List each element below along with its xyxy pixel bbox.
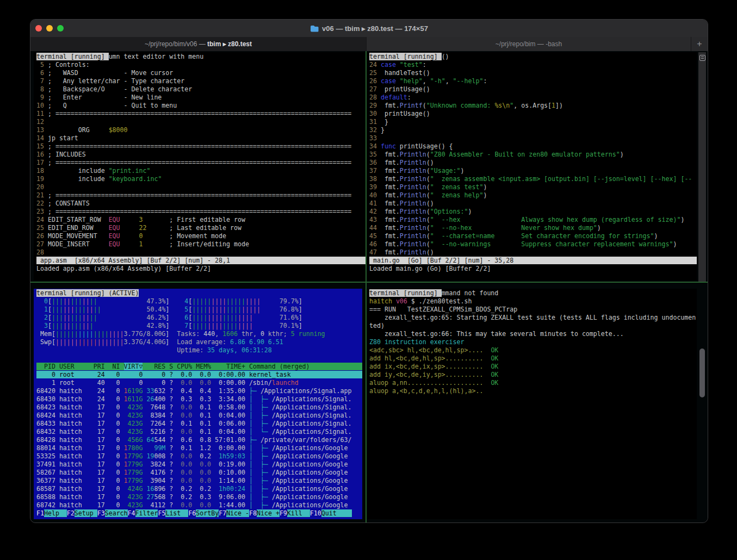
terminal-line: Swp[||||||||||||||||||3.37G/4.00G] Load … [36,338,362,346]
terminal-line: 12 [36,118,366,126]
terminal-line: 40 fmt.Println(" zenas help") [369,191,697,200]
terminal-line: terminal [running] umn text editor with … [36,53,366,61]
terminal-line: 68587 haitch 17 0 424G 16896 ? 0.2 0.2 1… [36,485,362,493]
terminal-line: 42 fmt.Println("Options:") [369,208,697,216]
terminal-line: 6 ; WASD - Move cursor [36,69,366,77]
terminal-content: terminal [running] umn text editor with … [30,51,708,522]
editor-pane-asm[interactable]: terminal [running] umn text editor with … [34,52,366,281]
terminal-line: 11 ; ===================================… [36,110,366,118]
new-tab-button[interactable]: + [691,37,708,51]
terminal-line: add iy,<bc,de,iy,sp>.......... OK [369,371,697,379]
terminal-line: 0 root 24 0 0 0 ? 0.0 0.0 0:00.00 kernel… [36,371,362,379]
terminal-line: 21 ; ===================================… [36,191,366,200]
htop-pane[interactable]: terminal [running] (ACTIVE) 0[||||||||||… [34,289,362,519]
terminal-line: 17 ; ===================================… [36,159,366,167]
terminal-line: 43 fmt.Println(" --hex Always show hex d… [369,216,697,224]
terminal-line: 22 ; CONSTANTS [36,200,366,208]
terminal-line: 20 [36,183,366,191]
terminal-output-pane[interactable]: terminal [running] mmand not foundhaitch… [367,289,697,519]
terminal-line: 47 fmt.Println() [369,248,697,257]
terminal-line: 25 handleTest() [369,69,697,77]
terminal-line: 45 fmt.Println(" --charset=name Set char… [369,232,697,240]
terminal-line: 7 ; Any letter/char - Type character [36,77,366,85]
terminal-line: 5 ; Controls: [36,61,366,69]
terminal-line: Z80 instruction exerciser [369,338,697,346]
terminal-line: 53325 haitch 17 0 1779G 19008 ? 0.0 0.2 … [36,452,362,461]
terminal-line: 68424 haitch 17 0 423G 8384 ? 0.0 0.1 0:… [36,412,362,420]
terminal-line: 26 case "help", "-h", "--help": [369,77,697,85]
terminal-line: 38 fmt.Println(" zenas assemble <input.a… [369,175,697,183]
terminal-line: 14 jp start [36,134,366,142]
terminal-line: 68428 haitch 17 0 456G 64544 ? 0.6 0.8 5… [36,436,362,444]
terminal-line: 24 EDIT_START_ROW EQU 3 ; First editable… [36,216,366,224]
terminal-line: 33 [369,134,697,142]
terminal-line: zexall_test.go:66: This may take several… [369,330,697,338]
terminal-line: 36 fmt.Println() [369,159,697,167]
terminal-line: Uptime: 35 days, 06:31:28 [36,346,362,354]
terminal-line: 2[|||||||||||| 46.2%] 6[||||||||||||||||… [36,314,362,322]
terminal-line: 68588 haitch 17 0 423G 27568 ? 0.2 0.3 9… [36,493,362,501]
terminal-line: 23 ; ===================================… [36,208,366,216]
editor-pane-go[interactable]: terminal [running] ()24 case "test":25 h… [367,52,697,281]
terminal-line: zexall_test.go:65: Starting ZEXALL test … [369,314,697,322]
terminal-line: 34 func printUsage() { [369,142,697,151]
terminal-line: 32 } [369,126,697,134]
terminal-line: 27 MODE_INSERT EQU 1 ; Insert/editing mo… [36,240,366,248]
terminal-line: F1Help F2Setup F3SearchF4FilterF5List F6… [36,509,362,518]
horizontal-pane-divider[interactable] [30,282,708,283]
terminal-line: 9 ; Enter - New line [36,94,366,102]
terminal-line: Loaded app.asm (x86/x64 Assembly) [Buffe… [36,265,366,273]
terminal-line: aluop a,nn.................... OK [369,379,697,387]
terminal-line: app.asm [x86/x64 Assembly] [Buf 2/2] [nu… [36,257,366,265]
terminal-line: 19 include "keyboard.inc" [36,175,366,183]
terminal-line: 15 ; ===================================… [36,142,366,151]
terminal-line: <adc,sbc> hl,<bc,de,hl,sp>.... OK [369,346,697,354]
terminal-line: 88014 haitch 17 0 1780G 99M ? 0.1 1.2 0:… [36,444,362,452]
tab-bash[interactable]: ~/prj/repo/bim — -bash [367,37,691,51]
terminal-line: 35 fmt.Println("Z80 Assembler - Built on… [369,151,697,159]
terminal-line: 58267 haitch 17 0 1779G 4176 ? 0.0 0.0 0… [36,469,362,477]
terminal-line: 26 MODE_MOVEMENT EQU 0 ; Movement mode [36,232,366,240]
terminal-line: 31 } [369,118,697,126]
folder-icon [310,25,319,32]
terminal-line: 68742 haitch 17 0 423G 4112 ? 0.0 0.0 1:… [36,501,362,509]
terminal-line: Mem[||||||||||||||||||3.77G/8.00G] Tasks… [36,330,362,338]
terminal-line: 39 fmt.Println(" zenas test") [369,183,697,191]
terminal-line: haitch v06 $ ./zen80test.sh [369,297,697,306]
terminal-line: 28 default: [369,94,697,102]
title-bar[interactable]: v06 — tbim ▸ z80.test — 174×57 [30,20,708,38]
tab-bar: ~/prj/repo/bim/v06 — tbim ▸ z80.test ~/p… [30,37,708,51]
terminal-line: aluop a,<b,c,d,e,h,l,(hl),a>.. [369,387,697,395]
vertical-pane-divider[interactable] [366,51,367,522]
terminal-line: 0[|||||||||||| 47.3%] 4[||||||||||||||||… [36,297,362,306]
terminal-line: add ix,<bc,de,ix,sp>.......... OK [369,363,697,371]
terminal-line: 10 ; Q - Quit to menu [36,102,366,110]
terminal-line: 37491 haitch 17 0 1779G 3824 ? 0.0 0.0 0… [36,461,362,469]
terminal-line: ted) [369,322,697,330]
terminal-line: 3[||||||||||| 42.8%] 7[|||||||||||||||| … [36,322,362,330]
terminal-line: Loaded main.go (Go) [Buffer 2/2] [369,265,697,273]
scrollbar-marker-icon [699,55,705,61]
terminal-line: === RUN TestZEXALL_CPMSim_BDOS_PCTrap [369,306,697,314]
scrollbar-thumb[interactable] [699,349,705,397]
terminal-line: 68430 haitch 24 0 1611G 26400 ? 0.3 0.3 … [36,395,362,403]
terminal-line: 30 printUsage() [369,110,697,118]
terminal-line: 36377 haitch 17 0 1779G 3904 ? 0.0 0.0 1… [36,477,362,485]
terminal-line: terminal [running] mmand not found [369,289,697,297]
terminal-line: main.go [Go] [Buf 2/2] [num] - 35,28 [369,257,697,265]
terminal-line: 46 fmt.Println(" --no-warnings Suppress … [369,240,697,248]
terminal-line: terminal [running] () [369,53,697,61]
terminal-line: add hl,<bc,de,hl,sp>.......... OK [369,354,697,363]
terminal-line: 28 [36,248,366,257]
scrollbar-track[interactable] [698,52,706,282]
window-title: v06 — tbim ▸ z80.test — 174×57 [30,20,708,37]
terminal-line: 68420 haitch 24 0 1619G 33632 ? 0.4 0.4 … [36,387,362,395]
terminal-window: v06 — tbim ▸ z80.test — 174×57 ~/prj/rep… [30,19,708,523]
terminal-line: 44 fmt.Println(" --no-hex Never show hex… [369,224,697,232]
terminal-line: 68432 haitch 17 0 423G 5216 ? 0.0 0.1 0:… [36,428,362,436]
terminal-line: 18 include "print.inc" [36,167,366,175]
tab-tbim-z80test[interactable]: ~/prj/repo/bim/v06 — tbim ▸ z80.test [30,37,366,51]
terminal-line: 29 fmt.Printf("Unknown command: %s\n", o… [369,102,697,110]
terminal-line: 1 root 40 0 0 0 ? 0.0 0.0 0:00.00 /sbin/… [36,379,362,387]
terminal-line: 24 case "test": [369,61,697,69]
